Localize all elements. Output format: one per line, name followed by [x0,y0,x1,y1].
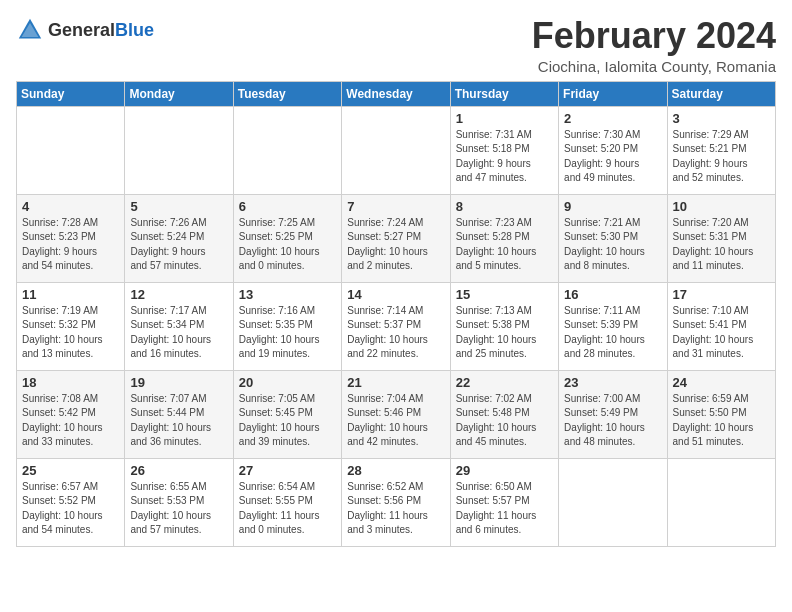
calendar-header: SundayMondayTuesdayWednesdayThursdayFrid… [17,81,776,106]
day-detail: Sunrise: 7:05 AMSunset: 5:45 PMDaylight:… [239,392,336,450]
day-detail: Sunrise: 6:54 AMSunset: 5:55 PMDaylight:… [239,480,336,538]
day-detail: Sunrise: 7:19 AMSunset: 5:32 PMDaylight:… [22,304,119,362]
day-cell: 1Sunrise: 7:31 AMSunset: 5:18 PMDaylight… [450,106,558,194]
day-detail: Sunrise: 7:13 AMSunset: 5:38 PMDaylight:… [456,304,553,362]
day-number: 13 [239,287,336,302]
day-cell: 4Sunrise: 7:28 AMSunset: 5:23 PMDaylight… [17,194,125,282]
day-number: 18 [22,375,119,390]
week-row-2: 4Sunrise: 7:28 AMSunset: 5:23 PMDaylight… [17,194,776,282]
day-cell: 17Sunrise: 7:10 AMSunset: 5:41 PMDayligh… [667,282,775,370]
day-number: 15 [456,287,553,302]
day-number: 28 [347,463,444,478]
day-cell: 19Sunrise: 7:07 AMSunset: 5:44 PMDayligh… [125,370,233,458]
day-cell: 6Sunrise: 7:25 AMSunset: 5:25 PMDaylight… [233,194,341,282]
day-cell: 13Sunrise: 7:16 AMSunset: 5:35 PMDayligh… [233,282,341,370]
day-cell: 3Sunrise: 7:29 AMSunset: 5:21 PMDaylight… [667,106,775,194]
week-row-5: 25Sunrise: 6:57 AMSunset: 5:52 PMDayligh… [17,458,776,546]
day-detail: Sunrise: 7:00 AMSunset: 5:49 PMDaylight:… [564,392,661,450]
day-detail: Sunrise: 7:29 AMSunset: 5:21 PMDaylight:… [673,128,770,186]
day-detail: Sunrise: 7:04 AMSunset: 5:46 PMDaylight:… [347,392,444,450]
day-detail: Sunrise: 7:31 AMSunset: 5:18 PMDaylight:… [456,128,553,186]
day-detail: Sunrise: 7:02 AMSunset: 5:48 PMDaylight:… [456,392,553,450]
day-number: 5 [130,199,227,214]
logo-general: General [48,21,115,39]
day-number: 19 [130,375,227,390]
weekday-header-tuesday: Tuesday [233,81,341,106]
day-detail: Sunrise: 7:16 AMSunset: 5:35 PMDaylight:… [239,304,336,362]
day-cell: 7Sunrise: 7:24 AMSunset: 5:27 PMDaylight… [342,194,450,282]
day-cell [559,458,667,546]
day-number: 17 [673,287,770,302]
day-detail: Sunrise: 7:30 AMSunset: 5:20 PMDaylight:… [564,128,661,186]
day-detail: Sunrise: 7:17 AMSunset: 5:34 PMDaylight:… [130,304,227,362]
calendar-body: 1Sunrise: 7:31 AMSunset: 5:18 PMDaylight… [17,106,776,546]
day-number: 6 [239,199,336,214]
calendar-subtitle: Ciochina, Ialomita County, Romania [532,58,776,75]
day-detail: Sunrise: 7:20 AMSunset: 5:31 PMDaylight:… [673,216,770,274]
day-cell: 29Sunrise: 6:50 AMSunset: 5:57 PMDayligh… [450,458,558,546]
day-cell: 16Sunrise: 7:11 AMSunset: 5:39 PMDayligh… [559,282,667,370]
day-cell: 21Sunrise: 7:04 AMSunset: 5:46 PMDayligh… [342,370,450,458]
day-cell: 22Sunrise: 7:02 AMSunset: 5:48 PMDayligh… [450,370,558,458]
day-number: 27 [239,463,336,478]
day-number: 11 [22,287,119,302]
day-cell: 9Sunrise: 7:21 AMSunset: 5:30 PMDaylight… [559,194,667,282]
day-cell: 27Sunrise: 6:54 AMSunset: 5:55 PMDayligh… [233,458,341,546]
day-detail: Sunrise: 7:25 AMSunset: 5:25 PMDaylight:… [239,216,336,274]
week-row-4: 18Sunrise: 7:08 AMSunset: 5:42 PMDayligh… [17,370,776,458]
day-detail: Sunrise: 7:11 AMSunset: 5:39 PMDaylight:… [564,304,661,362]
week-row-1: 1Sunrise: 7:31 AMSunset: 5:18 PMDaylight… [17,106,776,194]
day-detail: Sunrise: 6:59 AMSunset: 5:50 PMDaylight:… [673,392,770,450]
day-number: 1 [456,111,553,126]
weekday-header-thursday: Thursday [450,81,558,106]
day-number: 4 [22,199,119,214]
day-detail: Sunrise: 7:21 AMSunset: 5:30 PMDaylight:… [564,216,661,274]
day-number: 22 [456,375,553,390]
day-cell: 23Sunrise: 7:00 AMSunset: 5:49 PMDayligh… [559,370,667,458]
day-number: 21 [347,375,444,390]
calendar-title: February 2024 [532,16,776,56]
day-detail: Sunrise: 7:28 AMSunset: 5:23 PMDaylight:… [22,216,119,274]
logo-icon [16,16,44,44]
day-cell [667,458,775,546]
weekday-header-wednesday: Wednesday [342,81,450,106]
day-number: 10 [673,199,770,214]
day-cell [17,106,125,194]
day-number: 12 [130,287,227,302]
weekday-header-saturday: Saturday [667,81,775,106]
calendar-table: SundayMondayTuesdayWednesdayThursdayFrid… [16,81,776,547]
day-cell: 14Sunrise: 7:14 AMSunset: 5:37 PMDayligh… [342,282,450,370]
weekday-header-friday: Friday [559,81,667,106]
day-detail: Sunrise: 7:10 AMSunset: 5:41 PMDaylight:… [673,304,770,362]
day-detail: Sunrise: 7:07 AMSunset: 5:44 PMDaylight:… [130,392,227,450]
week-row-3: 11Sunrise: 7:19 AMSunset: 5:32 PMDayligh… [17,282,776,370]
day-number: 20 [239,375,336,390]
day-detail: Sunrise: 7:08 AMSunset: 5:42 PMDaylight:… [22,392,119,450]
day-detail: Sunrise: 7:23 AMSunset: 5:28 PMDaylight:… [456,216,553,274]
day-detail: Sunrise: 6:55 AMSunset: 5:53 PMDaylight:… [130,480,227,538]
day-detail: Sunrise: 6:57 AMSunset: 5:52 PMDaylight:… [22,480,119,538]
day-cell: 20Sunrise: 7:05 AMSunset: 5:45 PMDayligh… [233,370,341,458]
day-number: 29 [456,463,553,478]
day-number: 26 [130,463,227,478]
weekday-header-monday: Monday [125,81,233,106]
day-number: 9 [564,199,661,214]
logo: General Blue [16,16,154,44]
weekday-header-row: SundayMondayTuesdayWednesdayThursdayFrid… [17,81,776,106]
day-cell: 26Sunrise: 6:55 AMSunset: 5:53 PMDayligh… [125,458,233,546]
day-number: 3 [673,111,770,126]
day-detail: Sunrise: 7:14 AMSunset: 5:37 PMDaylight:… [347,304,444,362]
day-detail: Sunrise: 7:26 AMSunset: 5:24 PMDaylight:… [130,216,227,274]
day-cell: 15Sunrise: 7:13 AMSunset: 5:38 PMDayligh… [450,282,558,370]
day-cell [342,106,450,194]
day-detail: Sunrise: 6:50 AMSunset: 5:57 PMDaylight:… [456,480,553,538]
day-number: 2 [564,111,661,126]
day-cell: 10Sunrise: 7:20 AMSunset: 5:31 PMDayligh… [667,194,775,282]
day-cell: 8Sunrise: 7:23 AMSunset: 5:28 PMDaylight… [450,194,558,282]
day-cell: 12Sunrise: 7:17 AMSunset: 5:34 PMDayligh… [125,282,233,370]
weekday-header-sunday: Sunday [17,81,125,106]
day-number: 23 [564,375,661,390]
day-number: 25 [22,463,119,478]
day-cell: 24Sunrise: 6:59 AMSunset: 5:50 PMDayligh… [667,370,775,458]
day-cell: 2Sunrise: 7:30 AMSunset: 5:20 PMDaylight… [559,106,667,194]
